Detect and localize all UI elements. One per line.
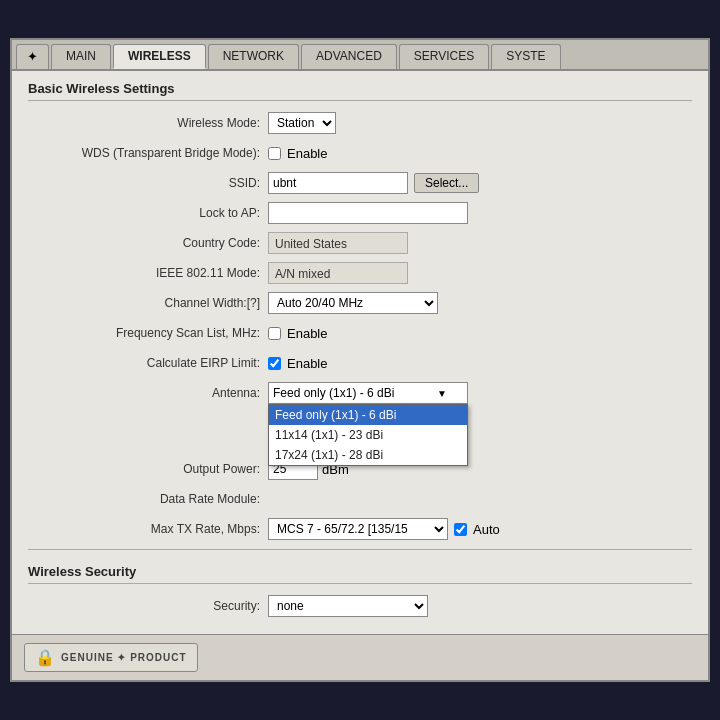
antenna-dropdown: Feed only (1x1) - 6 dBi 11x14 (1x1) - 23… <box>268 404 468 466</box>
wireless-mode-select[interactable]: Station <box>268 112 336 134</box>
channel-width-label: Channel Width:[?] <box>28 296 268 310</box>
wds-row: WDS (Transparent Bridge Mode): Enable <box>28 141 692 165</box>
antenna-row: Antenna: Feed only (1x1) - 6 dBi ▼ Feed … <box>28 381 692 405</box>
ieee-mode-value: A/N mixed <box>268 262 408 284</box>
antenna-chevron-icon: ▼ <box>437 388 447 399</box>
genuine-text: GENUINE ✦ PRODUCT <box>61 652 187 663</box>
wireless-security-section: Wireless Security Security: none <box>28 564 692 618</box>
tab-network[interactable]: NETWORK <box>208 44 299 69</box>
channel-width-row: Channel Width:[?] Auto 20/40 MHz <box>28 291 692 315</box>
tab-system[interactable]: SYSTE <box>491 44 560 69</box>
wds-enable-label: Enable <box>287 146 327 161</box>
genuine-badge: 🔒 GENUINE ✦ PRODUCT <box>24 643 198 672</box>
country-code-label: Country Code: <box>28 236 268 250</box>
ieee-mode-label: IEEE 802.11 Mode: <box>28 266 268 280</box>
auto-label: Auto <box>473 522 500 537</box>
lock-to-ap-label: Lock to AP: <box>28 206 268 220</box>
main-content: Basic Wireless Settings Wireless Mode: S… <box>12 71 708 634</box>
lock-to-ap-row: Lock to AP: <box>28 201 692 225</box>
security-control: none <box>268 595 428 617</box>
lock-to-ap-control <box>268 202 468 224</box>
logo-separator-icon: ✦ <box>117 652 130 663</box>
antenna-option-3[interactable]: 17x24 (1x1) - 28 dBi <box>269 445 467 465</box>
max-tx-control: MCS 7 - 65/72.2 [135/15 Auto <box>268 518 500 540</box>
logo-tab[interactable]: ✦ <box>16 44 49 69</box>
select-button[interactable]: Select... <box>414 173 479 193</box>
tab-wireless[interactable]: WIRELESS <box>113 44 206 69</box>
freq-scan-checkbox[interactable] <box>268 327 281 340</box>
channel-width-control: Auto 20/40 MHz <box>268 292 438 314</box>
antenna-option-2[interactable]: 11x14 (1x1) - 23 dBi <box>269 425 467 445</box>
antenna-option-1[interactable]: Feed only (1x1) - 6 dBi <box>269 405 467 425</box>
ssid-row: SSID: ubnt Select... <box>28 171 692 195</box>
security-select[interactable]: none <box>268 595 428 617</box>
wds-control: Enable <box>268 146 327 161</box>
basic-wireless-title: Basic Wireless Settings <box>28 81 692 101</box>
calc-eirp-row: Calculate EIRP Limit: Enable <box>28 351 692 375</box>
channel-width-select[interactable]: Auto 20/40 MHz <box>268 292 438 314</box>
ieee-mode-row: IEEE 802.11 Mode: A/N mixed <box>28 261 692 285</box>
security-row: Security: none <box>28 594 692 618</box>
calc-eirp-control: Enable <box>268 356 327 371</box>
antenna-current-value: Feed only (1x1) - 6 dBi <box>273 386 394 400</box>
country-code-value: United States <box>268 232 408 254</box>
auto-checkbox[interactable] <box>454 523 467 536</box>
country-code-control: United States <box>268 232 408 254</box>
tab-main[interactable]: MAIN <box>51 44 111 69</box>
nav-tabs: ✦ MAIN WIRELESS NETWORK ADVANCED SERVICE… <box>12 40 708 71</box>
country-code-row: Country Code: United States <box>28 231 692 255</box>
wireless-mode-row: Wireless Mode: Station <box>28 111 692 135</box>
max-tx-label: Max TX Rate, Mbps: <box>28 522 268 536</box>
output-power-label: Output Power: <box>28 462 268 476</box>
security-label: Security: <box>28 599 268 613</box>
freq-scan-control: Enable <box>268 326 327 341</box>
wds-checkbox[interactable] <box>268 147 281 160</box>
wds-label: WDS (Transparent Bridge Mode): <box>28 146 268 160</box>
footer: 🔒 GENUINE ✦ PRODUCT <box>12 634 708 680</box>
wireless-mode-label: Wireless Mode: <box>28 116 268 130</box>
ssid-control: ubnt Select... <box>268 172 479 194</box>
antenna-control: Feed only (1x1) - 6 dBi ▼ Feed only (1x1… <box>268 382 468 404</box>
freq-scan-enable-label: Enable <box>287 326 327 341</box>
calc-eirp-enable-label: Enable <box>287 356 327 371</box>
freq-scan-row: Frequency Scan List, MHz: Enable <box>28 321 692 345</box>
tab-services[interactable]: SERVICES <box>399 44 489 69</box>
calc-eirp-checkbox[interactable] <box>268 357 281 370</box>
tab-advanced[interactable]: ADVANCED <box>301 44 397 69</box>
lock-to-ap-input[interactable] <box>268 202 468 224</box>
wireless-security-title: Wireless Security <box>28 564 692 584</box>
antenna-wrapper: Feed only (1x1) - 6 dBi ▼ Feed only (1x1… <box>268 382 468 404</box>
max-tx-select[interactable]: MCS 7 - 65/72.2 [135/15 <box>268 518 448 540</box>
calc-eirp-label: Calculate EIRP Limit: <box>28 356 268 370</box>
section-divider <box>28 549 692 550</box>
antenna-select-box[interactable]: Feed only (1x1) - 6 dBi ▼ <box>268 382 468 404</box>
data-rate-row: Data Rate Module: <box>28 487 692 511</box>
max-tx-row: Max TX Rate, Mbps: MCS 7 - 65/72.2 [135/… <box>28 517 692 541</box>
ssid-label: SSID: <box>28 176 268 190</box>
wireless-mode-control: Station <box>268 112 336 134</box>
ieee-mode-control: A/N mixed <box>268 262 408 284</box>
logo-icon: ✦ <box>27 49 38 64</box>
ssid-input[interactable]: ubnt <box>268 172 408 194</box>
freq-scan-label: Frequency Scan List, MHz: <box>28 326 268 340</box>
antenna-label: Antenna: <box>28 386 268 400</box>
lock-icon: 🔒 <box>35 648 55 667</box>
data-rate-label: Data Rate Module: <box>28 492 268 506</box>
